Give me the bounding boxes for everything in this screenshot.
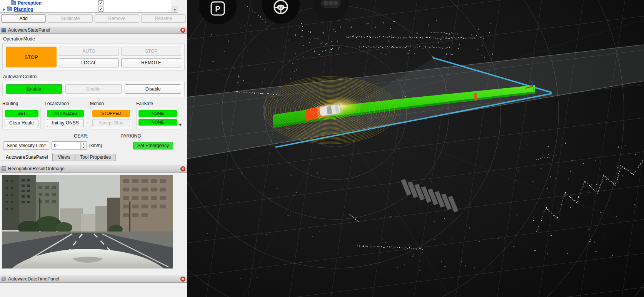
control-disable-button[interactable]: Disable xyxy=(125,84,181,94)
expand-arrow-icon[interactable]: ▶ xyxy=(3,8,7,11)
planning-checkbox[interactable]: ✓ xyxy=(98,7,103,12)
tree-item-perception[interactable]: Perception ✓ xyxy=(0,0,178,6)
scroll-down-icon[interactable]: ▼ xyxy=(172,7,178,12)
close-icon[interactable]: ✕ xyxy=(180,28,185,33)
add-button[interactable]: Add xyxy=(1,14,46,23)
panel-title: AutowareStatePanel xyxy=(8,27,180,33)
accept-start-button: Accept Start xyxy=(92,119,130,127)
panel-title: RecognitionResultOnImage xyxy=(8,166,180,171)
tab-views[interactable]: Views xyxy=(53,154,75,161)
tree-item-label: Planning xyxy=(14,7,33,12)
state-panel-header[interactable]: AutowareStatePanel ✕ xyxy=(0,26,187,34)
status-columns: SET Clear Route INITIALIZED Init by GNSS… xyxy=(2,108,185,129)
localization-label: Localization xyxy=(45,101,86,107)
operation-mode-stop-indicator: STOP xyxy=(6,47,57,67)
stop-mode-button: STOP xyxy=(121,47,181,56)
displays-tree: Perception ✓ ▶ Planning ✓ ▼ xyxy=(0,0,178,13)
set-emergency-button[interactable]: Set Emergency xyxy=(133,142,173,149)
velocity-unit-label: [km/h] xyxy=(89,143,102,148)
velocity-input[interactable] xyxy=(52,142,80,149)
velocity-row: Send Velocity Limit ▲ ▼ [km/h] Set Emerg… xyxy=(2,141,185,150)
failsafe-status-badge-2: NONE xyxy=(138,119,177,126)
datetime-panel-icon xyxy=(2,277,6,281)
clear-route-button[interactable]: Clear Route xyxy=(5,119,38,127)
panel-tabbar: AutowareStatePanel Views Tool Properties xyxy=(0,153,187,161)
autoware-panel-icon xyxy=(2,28,6,32)
recognition-panel-icon xyxy=(2,166,6,171)
failsafe-group: NONE NONE xyxy=(136,108,179,129)
tree-scrollbar[interactable]: ▼ xyxy=(172,0,178,12)
remove-button: Remove xyxy=(95,14,139,23)
rename-button: Rename xyxy=(141,14,186,23)
autoware-control-group: Enable Enable Disable xyxy=(2,81,185,97)
parking-letter: P xyxy=(215,5,220,13)
spin-down-icon[interactable]: ▼ xyxy=(81,146,87,149)
gear-label: GEAR: xyxy=(74,133,88,139)
auto-mode-button: AUTO xyxy=(59,47,119,56)
remote-mode-button[interactable]: REMOTE xyxy=(121,58,181,67)
tree-item-label: Perception xyxy=(18,0,42,6)
steering-angle-value: 21° xyxy=(279,6,283,9)
autoware-control-label: AutowareControl xyxy=(3,74,185,80)
close-icon[interactable]: ✕ xyxy=(180,277,185,282)
duplicate-button: Duplicate xyxy=(48,14,92,23)
rviz-window: Perception ✓ ▶ Planning ✓ ▼ Add Duplicat… xyxy=(0,0,644,297)
hud-overlay: P 21° xyxy=(199,0,349,24)
routing-label: Routing xyxy=(2,101,41,107)
datetime-panel-header[interactable]: AutowareDateTimePanel ✕ xyxy=(0,275,187,283)
3d-viewport[interactable]: P 21° xyxy=(187,0,644,297)
spinbox-arrows[interactable]: ▲ ▼ xyxy=(80,142,87,149)
tab-autoware-state-panel[interactable]: AutowareStatePanel xyxy=(1,153,53,161)
traffic-light-icon xyxy=(321,0,340,8)
operation-mode-group: STOP AUTO STOP LOCAL REMOTE xyxy=(2,43,185,71)
state-panel-body: OperationMode STOP AUTO STOP LOCAL REMOT… xyxy=(0,34,187,150)
close-icon[interactable]: ✕ xyxy=(180,166,185,171)
motion-label: Motion xyxy=(90,101,132,107)
velocity-spinbox[interactable]: ▲ ▼ xyxy=(52,141,87,150)
motion-group: STOPPED Accept Start xyxy=(90,108,132,129)
failsafe-status-badge: NONE xyxy=(138,110,177,117)
control-enable-button: Enable xyxy=(65,84,122,94)
perception-checkbox[interactable]: ✓ xyxy=(98,0,103,5)
panel-title: AutowareDateTimePanel xyxy=(8,276,180,282)
gear-value: PARKING xyxy=(120,133,141,139)
tree-item-planning[interactable]: ▶ Planning ✓ xyxy=(0,6,178,12)
panel-collapse-handle[interactable]: ◀ xyxy=(179,120,183,129)
camera-view xyxy=(0,173,187,272)
display-buttons-row: Add Duplicate Remove Rename xyxy=(0,13,187,24)
localization-group: INITIALIZED Init by GNSS xyxy=(45,108,86,129)
routing-group: SET Clear Route xyxy=(2,108,41,129)
recognition-panel-header[interactable]: RecognitionResultOnImage ✕ xyxy=(0,165,187,173)
camera-image xyxy=(2,175,173,268)
motion-status-badge: STOPPED xyxy=(92,110,130,117)
datetime-panel-body xyxy=(0,283,187,297)
operation-mode-label: OperationMode xyxy=(3,36,185,42)
send-velocity-limit-button[interactable]: Send Velocity Limit xyxy=(3,141,49,150)
spin-up-icon[interactable]: ▲ xyxy=(81,142,87,146)
failsafe-label: FailSafe xyxy=(136,101,179,107)
gear-row: GEAR: PARKING xyxy=(2,133,185,139)
status-column-labels: Routing Localization Motion FailSafe xyxy=(2,101,185,107)
left-panel: Perception ✓ ▶ Planning ✓ ▼ Add Duplicat… xyxy=(0,0,187,297)
control-enable-indicator: Enable xyxy=(6,84,62,94)
viewport-container: P 21° xyxy=(187,0,644,297)
folder-icon xyxy=(7,7,12,11)
folder-icon xyxy=(11,1,16,5)
localization-status-badge: INITIALIZED xyxy=(47,110,84,117)
routing-status-badge: SET xyxy=(5,110,38,117)
init-by-gnss-button[interactable]: Init by GNSS xyxy=(47,119,84,127)
local-mode-button[interactable]: LOCAL xyxy=(59,58,119,67)
tab-tool-properties[interactable]: Tool Properties xyxy=(75,154,116,161)
